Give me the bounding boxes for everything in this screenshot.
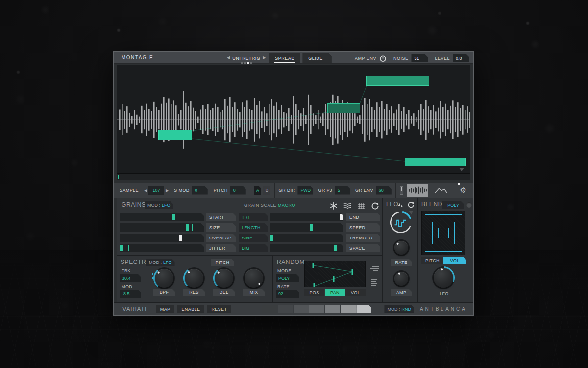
- spectra-knob-del[interactable]: [213, 267, 235, 289]
- mode-value[interactable]: POLY: [276, 274, 299, 282]
- spectra-mod-amt-value[interactable]: -8.5: [120, 290, 141, 298]
- grains-slider-size[interactable]: [120, 223, 204, 232]
- retrig-next-arrow[interactable]: ▶: [261, 53, 267, 63]
- grdir-value[interactable]: FWD: [297, 186, 313, 195]
- sample-value[interactable]: 107: [148, 186, 164, 195]
- variate-reset-button[interactable]: RESET: [207, 305, 231, 313]
- tab-settings[interactable]: ⚙: [460, 184, 466, 197]
- lfo-loop-icon[interactable]: [407, 201, 414, 208]
- grain-wave-big[interactable]: BIG: [239, 244, 268, 252]
- waveform-expand-icon[interactable]: [459, 168, 464, 171]
- gradient-step[interactable]: [262, 305, 277, 313]
- gradient-step[interactable]: [309, 305, 324, 313]
- grains-slider-start[interactable]: [120, 213, 204, 221]
- layer-a-button[interactable]: A: [254, 186, 262, 195]
- grains-section: GRAINS MOD : LFO GRAIN SCALE MACRO: [117, 198, 382, 255]
- lfo-main-control[interactable]: [388, 209, 414, 236]
- variate-enable-button[interactable]: ENABLE: [177, 305, 204, 313]
- gradient-step[interactable]: [356, 305, 371, 313]
- blend-mode-selector[interactable]: POLY: [442, 201, 464, 209]
- variate-gradient-strip[interactable]: [262, 305, 371, 313]
- noise-value[interactable]: 51: [411, 54, 428, 62]
- grains-mod-selector[interactable]: MOD : LFO: [145, 201, 173, 209]
- grain-region[interactable]: [327, 103, 360, 113]
- slider-handle[interactable]: [186, 224, 189, 231]
- grain-scale-value[interactable]: MACRO: [278, 203, 295, 208]
- smod-value[interactable]: 0: [192, 186, 208, 195]
- gradient-step[interactable]: [341, 305, 356, 313]
- waveform-display[interactable]: [117, 65, 470, 174]
- lfo-rate-mod-tick: [399, 266, 404, 268]
- grenv-value[interactable]: 60: [376, 186, 392, 195]
- variate-map-button[interactable]: MAP: [156, 305, 175, 313]
- grpj-value[interactable]: 5: [335, 186, 350, 195]
- blend-squares-display[interactable]: [421, 211, 466, 255]
- blend-radio[interactable]: [466, 202, 472, 208]
- blend-tab-pitch[interactable]: PITCH: [421, 257, 443, 264]
- slider-handle[interactable]: [310, 224, 313, 231]
- grains-slider-jitter[interactable]: [120, 244, 204, 252]
- grain-region[interactable]: [158, 130, 192, 140]
- lfo-amp-knob[interactable]: [393, 270, 410, 287]
- grain-wave-tri[interactable]: TRI: [239, 213, 268, 221]
- random-xy-display[interactable]: [304, 261, 366, 287]
- retrig-mode[interactable]: UNI RETRIG: [231, 53, 261, 63]
- slider-handle[interactable]: [120, 245, 123, 251]
- grains-slider-tremolo[interactable]: [270, 234, 343, 242]
- random-target-pos[interactable]: POS: [304, 289, 324, 296]
- grain-region[interactable]: [366, 76, 429, 86]
- tab-glide[interactable]: GLIDE: [302, 53, 332, 63]
- grain-region[interactable]: [405, 158, 466, 166]
- pitch-value[interactable]: 0: [230, 186, 246, 195]
- waves-icon[interactable]: [343, 201, 352, 210]
- spectra-pitch-selector[interactable]: PITCH: [211, 259, 234, 266]
- grains-slider-speed[interactable]: [270, 223, 343, 232]
- blend-tab-vol[interactable]: VOL: [443, 257, 466, 264]
- blend-lfo-knob[interactable]: [432, 266, 455, 289]
- lfo-wave-select-icon[interactable]: [397, 202, 404, 208]
- slider-handle[interactable]: [192, 224, 193, 231]
- retrig-prev-arrow[interactable]: ◀: [225, 53, 231, 63]
- sample-next-arrow[interactable]: ▶: [164, 186, 170, 195]
- layer-b-button[interactable]: B: [263, 186, 270, 195]
- grain-wave-sine[interactable]: SINE: [239, 234, 268, 242]
- grid-icon[interactable]: [357, 201, 366, 210]
- variate-mod-selector[interactable]: MOD : RND: [384, 305, 414, 313]
- pattern-list-icon[interactable]: [371, 279, 378, 286]
- spectra-knob-res[interactable]: [183, 267, 205, 289]
- refresh-icon[interactable]: [370, 201, 379, 210]
- rate-value[interactable]: 92: [276, 290, 299, 298]
- pattern-steps-icon[interactable]: [370, 266, 380, 271]
- gradient-step[interactable]: [325, 305, 340, 313]
- tab-spread[interactable]: SPREAD: [269, 53, 300, 63]
- slider-handle[interactable]: [340, 214, 343, 220]
- grain-wave-length[interactable]: LENGTH: [239, 223, 268, 232]
- grains-slider-end[interactable]: [270, 213, 343, 221]
- tab-envelope-view[interactable]: [435, 184, 447, 197]
- slider-handle[interactable]: [179, 235, 182, 241]
- tab-grain-view[interactable]: [407, 184, 428, 197]
- spectra-mod-selector[interactable]: MOD : LFO: [146, 259, 175, 266]
- slider-handle[interactable]: [172, 214, 175, 220]
- level-value[interactable]: 0.0: [453, 54, 469, 62]
- spectra-knob-mix[interactable]: [243, 267, 265, 289]
- mod-amount-tick: [363, 232, 365, 234]
- freeze-icon[interactable]: [329, 201, 338, 210]
- grains-slider-space[interactable]: [270, 244, 343, 252]
- random-target-vol[interactable]: VOL: [345, 289, 366, 296]
- fbk-value[interactable]: 30.4: [120, 274, 141, 282]
- fader-view-icon[interactable]: [400, 186, 403, 195]
- mod-amount-tick: [363, 242, 365, 244]
- grains-slider-overlap[interactable]: [120, 234, 204, 242]
- power-icon[interactable]: [379, 55, 387, 62]
- slider-handle[interactable]: [270, 235, 273, 241]
- slider-handle[interactable]: [128, 245, 129, 251]
- gradient-step[interactable]: [278, 305, 293, 313]
- random-target-pan[interactable]: PAN: [325, 289, 345, 296]
- gradient-step[interactable]: [294, 305, 309, 313]
- slider-handle[interactable]: [334, 245, 337, 251]
- waveform-scrollbar[interactable]: [117, 174, 470, 180]
- sample-prev-arrow[interactable]: ◀: [143, 186, 148, 195]
- lfo-rate-knob[interactable]: [393, 239, 410, 256]
- spectra-knob-bpf[interactable]: [153, 267, 175, 289]
